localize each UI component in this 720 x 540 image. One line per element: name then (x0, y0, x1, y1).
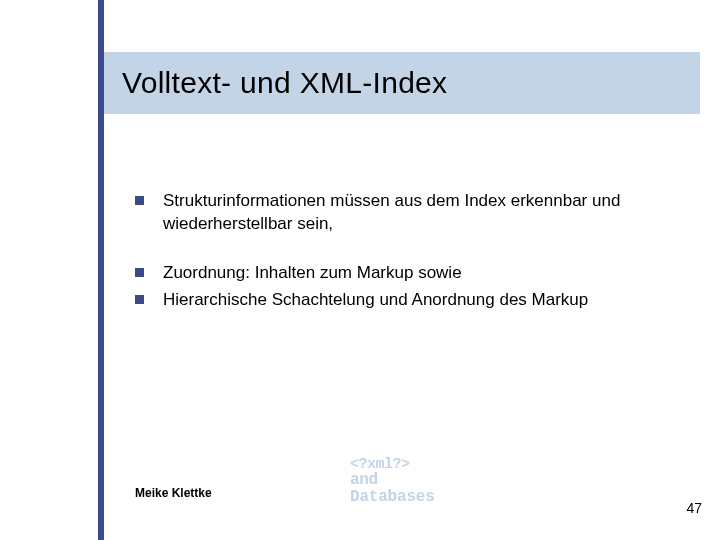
logo-line-3: Databases (350, 489, 435, 506)
square-bullet-icon (135, 295, 144, 304)
slide: Volltext- und XML-Index Strukturinformat… (0, 0, 720, 540)
title-band: Volltext- und XML-Index (104, 52, 700, 114)
slide-title: Volltext- und XML-Index (122, 66, 447, 100)
bullet-text: Hierarchische Schachtelung und Anordnung… (163, 290, 588, 309)
bullet-text: Zuordnung: Inhalten zum Markup sowie (163, 263, 462, 282)
bullet-item: Hierarchische Schachtelung und Anordnung… (135, 289, 665, 312)
logo-line-2: and (350, 472, 435, 489)
content-area: Strukturinformationen müssen aus dem Ind… (135, 190, 665, 338)
bullet-item: Zuordnung: Inhalten zum Markup sowie (135, 262, 665, 285)
bullet-item: Strukturinformationen müssen aus dem Ind… (135, 190, 665, 236)
xml-databases-logo: <?xml?> and Databases (350, 457, 435, 506)
square-bullet-icon (135, 196, 144, 205)
page-number: 47 (686, 500, 702, 516)
bullet-text: Strukturinformationen müssen aus dem Ind… (163, 191, 620, 233)
logo-line-1: <?xml?> (350, 457, 435, 473)
author-name: Meike Klettke (135, 486, 212, 500)
square-bullet-icon (135, 268, 144, 277)
